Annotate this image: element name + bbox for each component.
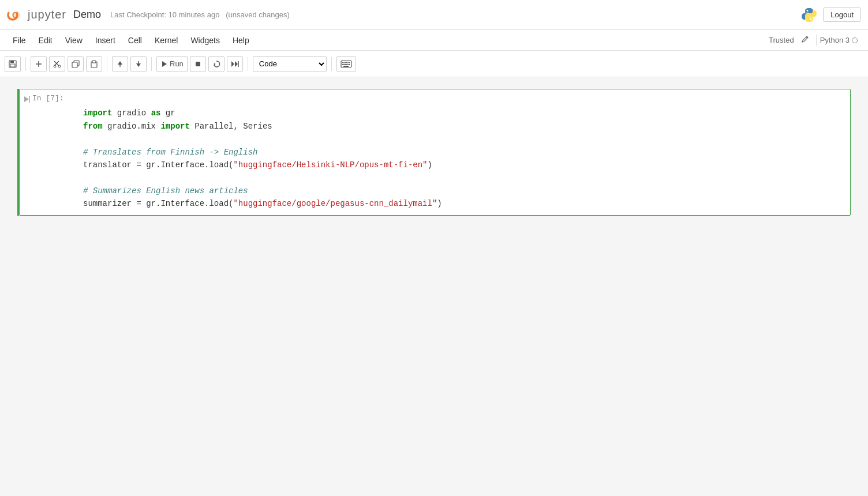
- arrow-down-icon: [134, 60, 143, 68]
- arrow-up-icon: [116, 60, 124, 68]
- jupyter-logo-icon: C: [7, 6, 25, 24]
- cell-type-select[interactable]: Code Markdown Raw NBConvert Heading: [253, 56, 327, 72]
- menu-edit[interactable]: Edit: [33, 33, 58, 47]
- copy-button[interactable]: [68, 56, 84, 72]
- menu-kernel[interactable]: Kernel: [149, 33, 184, 47]
- checkpoint-info: Last Checkpoint: 10 minutes ago (unsaved…: [110, 10, 290, 19]
- run-label: Run: [170, 59, 184, 68]
- edit-icon-button[interactable]: [798, 34, 813, 46]
- add-cell-button[interactable]: [31, 56, 47, 72]
- jupyter-brand: jupyter: [28, 8, 66, 21]
- keyboard-shortcuts-button[interactable]: [336, 56, 356, 72]
- svg-marker-18: [162, 61, 167, 67]
- menu-widgets[interactable]: Widgets: [185, 33, 226, 47]
- toolbar-sep-2: [107, 57, 107, 71]
- paste-button[interactable]: [86, 56, 102, 72]
- play-icon: [160, 60, 169, 68]
- svg-rect-13: [72, 62, 77, 67]
- keyboard-icon: [341, 60, 352, 68]
- svg-rect-27: [346, 62, 348, 63]
- cell-label: In [7]:: [20, 89, 83, 215]
- toolbar-sep-3: [151, 57, 152, 71]
- kernel-status-dot: [852, 37, 858, 43]
- copy-icon: [72, 60, 80, 68]
- menu-help[interactable]: Help: [227, 33, 255, 47]
- fast-forward-button[interactable]: [227, 56, 243, 72]
- svg-rect-25: [342, 62, 344, 63]
- menubar: File Edit View Insert Cell Kernel Widget…: [0, 30, 868, 51]
- run-button[interactable]: Run: [156, 56, 188, 72]
- restart-button[interactable]: [208, 56, 225, 72]
- notebook-title[interactable]: Demo: [73, 9, 101, 21]
- toolbar-sep-5: [331, 57, 332, 71]
- stop-icon: [194, 60, 202, 68]
- toolbar-sep-1: [25, 57, 26, 71]
- move-down-button[interactable]: [130, 56, 147, 72]
- svg-rect-32: [348, 64, 350, 65]
- svg-point-11: [58, 65, 61, 67]
- svg-rect-33: [343, 66, 349, 67]
- scissors-icon: [53, 60, 61, 68]
- toolbar-sep-4: [248, 57, 248, 71]
- svg-rect-19: [196, 62, 200, 66]
- fast-forward-icon: [231, 60, 239, 68]
- pencil-icon: [801, 35, 809, 43]
- menubar-right: Trusted Python 3: [769, 34, 861, 46]
- python-logo-icon: [800, 6, 818, 24]
- svg-rect-15: [92, 61, 96, 63]
- code-cell[interactable]: In [7]: import gradio as gr from gradio.…: [17, 89, 851, 216]
- save-button[interactable]: [5, 56, 21, 72]
- notebook-container: In [7]: import gradio as gr from gradio.…: [0, 77, 868, 496]
- kernel-name: Python 3: [820, 36, 850, 44]
- kernel-indicator: Python 3: [816, 35, 861, 46]
- cell-execution-count: In [7]:: [32, 94, 64, 103]
- plus-icon: [35, 60, 43, 68]
- toolbar: Run Code Markdown Raw NBConvert Heading: [0, 51, 868, 77]
- cell-content-container: In [7]: import gradio as gr from gradio.…: [19, 89, 851, 216]
- svg-marker-21: [231, 61, 234, 67]
- save-icon: [9, 60, 17, 68]
- logout-button[interactable]: Logout: [823, 7, 861, 22]
- svg-rect-30: [344, 64, 346, 65]
- menu-cell[interactable]: Cell: [122, 33, 148, 47]
- stop-button[interactable]: [190, 56, 206, 72]
- trusted-label[interactable]: Trusted: [769, 36, 794, 44]
- menu-file[interactable]: File: [7, 33, 32, 47]
- header-left: C jupyter Demo Last Checkpoint: 10 minut…: [7, 6, 800, 24]
- svg-rect-26: [344, 62, 346, 63]
- cut-button[interactable]: [49, 56, 65, 72]
- header-right: Logout: [800, 6, 861, 24]
- header: C jupyter Demo Last Checkpoint: 10 minut…: [0, 0, 868, 30]
- svg-rect-31: [346, 64, 348, 65]
- run-next-icon: [24, 95, 30, 106]
- menu-view[interactable]: View: [59, 33, 88, 47]
- svg-marker-22: [235, 61, 238, 67]
- svg-rect-4: [10, 61, 14, 63]
- jupyter-logo: C jupyter: [7, 6, 66, 24]
- paste-icon: [90, 60, 98, 68]
- svg-text:C: C: [12, 10, 18, 20]
- svg-rect-28: [348, 62, 350, 63]
- svg-marker-34: [24, 96, 29, 102]
- svg-rect-5: [10, 64, 15, 67]
- move-up-button[interactable]: [112, 56, 128, 72]
- svg-rect-29: [342, 64, 344, 65]
- menu-insert[interactable]: Insert: [89, 33, 121, 47]
- restart-icon: [212, 60, 220, 68]
- cell-inner: In [7]: import gradio as gr from gradio.…: [20, 89, 850, 215]
- cell-code[interactable]: import gradio as gr from gradio.mix impo…: [83, 89, 850, 215]
